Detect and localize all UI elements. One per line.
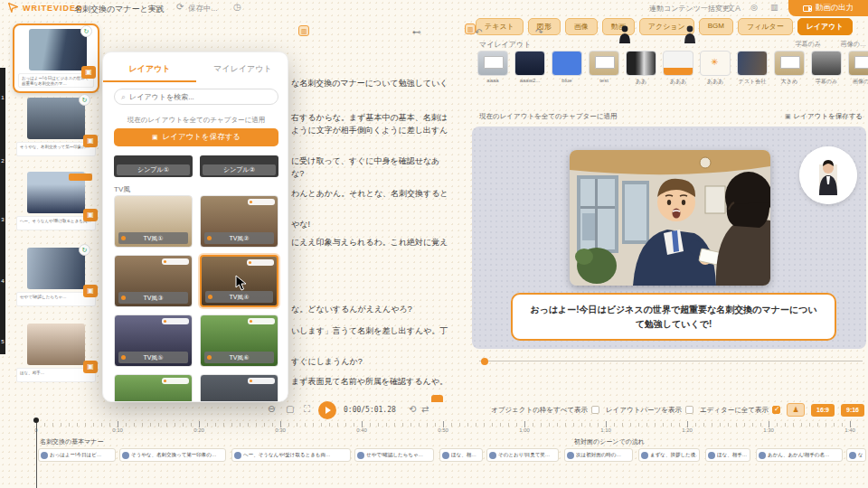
simple-layout-item[interactable]: シンプル① — [114, 155, 193, 177]
tv-layout-item[interactable]: TV風② — [200, 195, 278, 248]
save-layout-button[interactable]: ▣ レイアウトを保存する — [114, 128, 278, 146]
subtitle-clip[interactable]: ほな、相手… — [705, 448, 750, 462]
subtitle-clip[interactable]: おっはよー!今日はビ… — [38, 448, 116, 462]
subtitle-clip[interactable]: まずな、挨拶した後… — [638, 448, 700, 462]
chapter-thumbnail[interactable]: ↻ — [27, 324, 85, 365]
apply-layout-all-chapters[interactable]: 現在のレイアウトを全てのチャプターに適用 — [103, 116, 288, 125]
my-layout-item[interactable]: ✳ ああ — [626, 51, 656, 92]
my-layout-thumbnail[interactable]: ✳ — [700, 51, 731, 76]
script-text-line[interactable]: 右するからな。まず基本中の基本、名刺は — [291, 112, 448, 124]
chapter-layout-button[interactable]: ▣ — [83, 285, 98, 297]
refresh-icon[interactable]: ⟳ — [176, 2, 184, 12]
right-panel-handle[interactable] — [465, 23, 476, 34]
subtitle-clip[interactable]: ほな、相… — [439, 448, 483, 462]
chapter-layout-button[interactable]: ▣ — [83, 135, 98, 147]
timeline-ruler[interactable]: 00:100:200:300:400:501:001:101:201:301:4… — [0, 419, 868, 434]
tv-layout-item[interactable]: TV風③ — [114, 255, 193, 307]
frame-fit-icon[interactable]: ▢ — [286, 404, 294, 414]
my-layout-item[interactable]: ✳ 画像の… — [848, 51, 868, 92]
display-toggle[interactable]: レイアウトパーツを表示 — [606, 406, 693, 415]
video-frame[interactable] — [570, 150, 770, 286]
asset-tab[interactable]: フィルター — [738, 18, 793, 35]
subtitle-clip[interactable]: あかん、あかん!相手の名… — [756, 448, 843, 462]
script-text-line[interactable]: な? — [291, 168, 304, 180]
tab-my-layout[interactable]: マイレイアウト — [196, 60, 288, 82]
simple-layout-item[interactable]: シンプル② — [200, 155, 278, 177]
my-layout-item[interactable]: ✳ aaaw2... — [514, 51, 545, 92]
aspect-ratio-button[interactable]: 9:16 — [841, 404, 864, 417]
my-layout-thumbnail[interactable]: ✳ — [848, 51, 868, 76]
my-layout-thumbnail[interactable]: ✳ — [663, 51, 693, 76]
timeline-chapter-label[interactable]: 名刺交換の基本マナー — [40, 437, 104, 446]
my-layout-thumbnail[interactable]: ✳ — [514, 51, 545, 76]
divider-handle[interactable] — [431, 395, 443, 402]
chapter-layout-button[interactable]: ▣ — [81, 66, 96, 79]
chapter-thumbnail[interactable]: ↻ — [29, 29, 87, 70]
checkbox[interactable] — [591, 406, 599, 414]
asset-tab[interactable]: BGM — [699, 18, 733, 35]
script-text-line[interactable]: な名刺交換のマナーについて勉強していく — [291, 78, 448, 89]
my-layout-thumbnail[interactable]: ✳ — [552, 51, 582, 76]
character-avatar-1[interactable] — [617, 25, 633, 43]
avatar-display-button[interactable]: ♟ — [787, 403, 805, 417]
chapter-card[interactable]: ↻ おっはよー!今日はビジネスの世界で超重要な名刺交換のマ… ▣ — [13, 23, 99, 93]
my-layout-thumbnail[interactable]: ✳ — [737, 51, 768, 76]
undo-icon[interactable]: ↶ — [475, 27, 482, 37]
play-button[interactable] — [318, 401, 336, 419]
subtitle-clip[interactable]: 次は初対面の時の… — [564, 448, 633, 462]
seekbar-thumb[interactable] — [481, 358, 488, 365]
my-layout-thumbnail[interactable]: ✳ — [774, 51, 805, 76]
history-icon[interactable]: ◷ — [233, 2, 241, 12]
tv-layout-item[interactable]: TV風⑦ — [114, 374, 193, 402]
save-layout-link[interactable]: ▣ レイアウトを保存する — [785, 112, 863, 121]
regenerate-thumbnail-icon[interactable]: ↻ — [80, 25, 92, 37]
tab-layout[interactable]: レイアウト — [103, 60, 196, 82]
my-layout-item[interactable]: ✳ 字幕のみ — [811, 51, 842, 92]
subtitle-clip[interactable]: せやで!確認したらちゃ… — [354, 448, 434, 462]
loop-icon[interactable]: ⟲ — [409, 404, 416, 414]
preview-icon[interactable]: ◎ — [750, 3, 758, 12]
pan-icon[interactable]: ⇄ — [421, 404, 429, 414]
my-layout-thumbnail[interactable]: ✳ — [589, 51, 619, 76]
my-layout-item[interactable]: ✳ blue — [552, 51, 582, 92]
asset-tab[interactable]: 画像 — [565, 18, 598, 35]
timeline-chapter-label[interactable]: 初対面のシーンでの流れ — [574, 437, 645, 446]
script-panel-handle[interactable] — [298, 25, 309, 36]
project-title[interactable]: 名刺交換のマナーと実践 — [74, 4, 165, 15]
chapter-thumbnail[interactable]: ↻ — [27, 98, 85, 139]
preview-seekbar[interactable] — [479, 358, 863, 365]
tv-layout-item[interactable]: TV風⑧ — [200, 374, 278, 402]
script-text-line[interactable]: すぐにしまうんか? — [291, 356, 363, 368]
asset-tab[interactable]: レイアウト — [797, 18, 853, 35]
my-layout-item[interactable]: ✳ 大きめ — [774, 51, 805, 92]
tv-layout-item[interactable]: TV風⑥ — [200, 314, 278, 367]
chapter-thumbnail[interactable]: ↻ — [27, 172, 85, 213]
script-text-line[interactable]: にええ印象与えられるわ。これ絶対に覚え — [291, 237, 448, 249]
character-avatar-2[interactable] — [682, 25, 698, 43]
my-layout-thumbnail[interactable]: ✳ — [477, 51, 508, 76]
redo-icon[interactable]: ↷ — [535, 27, 542, 37]
my-layout-item[interactable]: ✳ あああ — [700, 51, 731, 92]
export-video-button[interactable]: 動画の出力 — [788, 0, 868, 16]
translate-icon[interactable]: 文A — [727, 3, 741, 14]
script-text-line[interactable]: いします」言うて名刺を差し出すんや。丁 — [291, 325, 448, 337]
presenter-avatar[interactable] — [799, 146, 857, 204]
zoom-out-icon[interactable]: ⊖ — [268, 404, 275, 414]
subtitle-clip[interactable]: そうやな、名刺交換って第一印象の… — [119, 448, 226, 462]
playhead-line[interactable] — [36, 423, 37, 488]
asset-tab[interactable]: テキスト — [476, 18, 524, 35]
subtitle-clip[interactable]: そのとおり!目見て笑… — [486, 448, 559, 462]
layout-columns-icon[interactable]: ▥ — [770, 3, 778, 12]
aspect-ratio-button[interactable]: 16:9 — [811, 404, 835, 417]
chapter-layout-button[interactable]: ▣ — [83, 209, 98, 221]
subtitle-box[interactable]: おっはよー!今日はビジネスの世界で超重要な名刺交換のマナーについて勉強していくで… — [511, 293, 836, 341]
script-text-line[interactable]: な。どないするんがええんやろ? — [291, 304, 412, 315]
script-text-line[interactable]: ように文字が相手側向くように差し出すん — [291, 125, 448, 136]
script-text-line[interactable]: わんとあかん。それとな、名刺交換すると — [291, 188, 448, 200]
regenerate-thumbnail-icon[interactable]: ↻ — [79, 244, 90, 256]
script-text-line[interactable]: まず表面見て名前や所属を確認するんや。 — [291, 376, 448, 388]
layout-search[interactable]: ⌕ — [114, 89, 278, 105]
my-layout-item[interactable]: ✳ test — [589, 51, 619, 92]
regenerate-thumbnail-icon[interactable]: ↻ — [79, 94, 90, 106]
chapter-card[interactable]: ↻ ほな、相手… ▣ — [13, 320, 99, 386]
